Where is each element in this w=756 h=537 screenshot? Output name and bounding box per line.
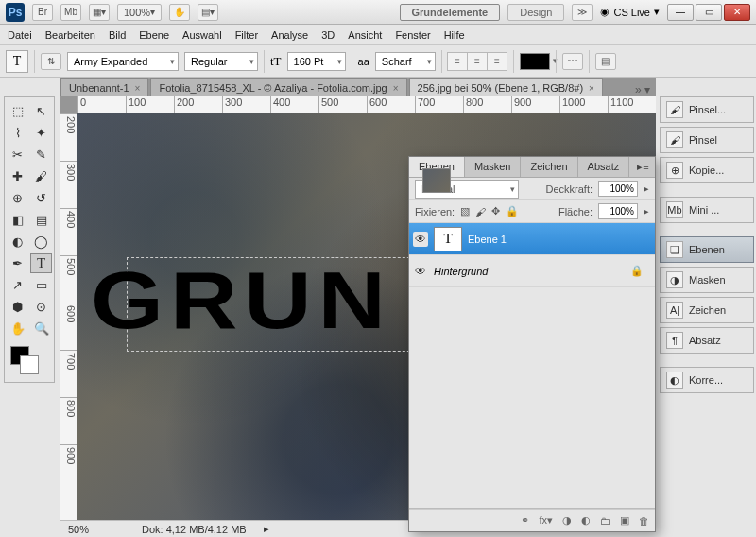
status-zoom[interactable]: 50% [68,524,125,535]
color-picker[interactable] [7,344,52,378]
font-weight-dropdown[interactable]: Regular [184,52,258,71]
tab-overflow[interactable]: » ▾ [629,83,656,96]
fill-slider-icon[interactable]: ▸ [644,205,649,217]
doc-tab-1[interactable]: Unbenannt-1× [60,78,148,96]
delete-layer-icon[interactable]: 🗑 [639,515,649,527]
eyedropper-tool[interactable]: ✎ [30,145,52,165]
text-color-swatch[interactable] [520,53,550,70]
path-tool[interactable]: ↗ [7,275,28,295]
panel-menu-button[interactable]: ▸≡ [629,157,656,177]
lock-brush-icon[interactable]: 🖌 [475,206,486,217]
zoom-tool[interactable]: 🔍 [30,319,52,338]
crop-tool[interactable]: ✂ [7,145,28,165]
layer-name[interactable]: Ebene 1 [468,234,507,245]
move-tool[interactable]: ↖ [30,101,52,121]
gradient-tool[interactable]: ▤ [30,210,52,230]
marquee-tool[interactable]: ⬚ [7,101,28,121]
adjustment-layer-icon[interactable]: ◐ [581,514,591,527]
layer-row[interactable]: 👁 T Ebene 1 [409,223,655,255]
panel-zeichen[interactable]: A|Zeichen [660,297,754,323]
window-maximize[interactable]: ▭ [696,4,722,21]
lock-move-icon[interactable]: ✥ [491,205,500,217]
background-swatch[interactable] [20,355,39,374]
window-close[interactable]: ✕ [724,4,750,21]
heal-tool[interactable]: ✚ [7,166,28,186]
hand-button[interactable]: ✋ [169,4,190,21]
layer-name[interactable]: Hintergrund [434,266,488,277]
active-tool-indicator[interactable]: T [6,50,28,73]
doc-tab-3[interactable]: 256.jpg bei 50% (Ebene 1, RGB/8#)× [409,78,603,96]
menu-filter[interactable]: Filter [235,29,258,41]
panel-pinselvorgaben[interactable]: 🖌Pinsel... [660,96,754,123]
arrange-button[interactable]: ▤▾ [198,4,218,21]
eraser-tool[interactable]: ◧ [7,210,28,230]
menu-auswahl[interactable]: Auswahl [182,29,222,41]
brush-tool[interactable]: 🖌 [30,166,52,186]
stamp-tool[interactable]: ⊕ [7,188,28,208]
align-center-button[interactable]: ≡ [467,52,488,71]
menu-3d[interactable]: 3D [321,29,335,41]
character-panel-button[interactable]: ▤ [595,53,616,70]
panel-pinsel[interactable]: 🖌Pinsel [660,127,754,153]
zoom-level[interactable]: 100% ▾ [117,4,162,21]
history-brush-tool[interactable]: ↺ [30,188,52,208]
layer-mask-icon[interactable]: ◑ [562,514,572,527]
opacity-input[interactable] [598,181,638,197]
visibility-toggle[interactable]: 👁 [413,232,428,247]
workspace-design[interactable]: Design [507,4,564,21]
new-layer-icon[interactable]: ▣ [620,514,629,527]
window-minimize[interactable]: — [667,4,694,21]
status-doc-size[interactable]: Dok: 4,12 MB/4,12 MB [142,524,247,535]
menu-analyse[interactable]: Analyse [271,29,308,41]
hand-tool[interactable]: ✋ [7,319,28,338]
group-icon[interactable]: 🗀 [600,515,610,527]
pen-tool[interactable]: ✒ [7,253,28,273]
link-layers-icon[interactable]: ⚭ [521,514,529,527]
screen-mode-button[interactable]: ▦▾ [89,4,110,21]
lock-pixels-icon[interactable]: ▧ [460,205,470,217]
lock-all-icon[interactable]: 🔒 [506,205,519,217]
layer-thumbnail[interactable]: T [434,227,462,251]
fill-input[interactable] [598,203,638,219]
opacity-slider-icon[interactable]: ▸ [644,182,649,195]
panel-minibridge[interactable]: MbMini ... [660,197,754,223]
layers-panel[interactable]: Ebenen Masken Zeichen Absatz ▸≡ Normal D… [408,156,656,532]
panel-masken[interactable]: ◑Masken [660,267,754,293]
cslive-button[interactable]: ◉CS Live▾ [600,6,660,18]
layer-row[interactable]: 👁 Hintergrund 🔒 [409,255,655,287]
align-left-button[interactable]: ≡ [447,52,468,71]
more-workspaces[interactable]: ≫ [572,4,593,21]
menu-fenster[interactable]: Fenster [395,29,430,41]
close-icon[interactable]: × [135,83,141,94]
menu-bearbeiten[interactable]: Bearbeiten [45,29,95,41]
tab-absatz[interactable]: Absatz [578,157,630,177]
tab-zeichen[interactable]: Zeichen [521,157,577,177]
menu-ebene[interactable]: Ebene [139,29,169,41]
panel-korrekturen[interactable]: ◐Korre... [660,367,754,393]
workspace-grundelemente[interactable]: Grundelemente [400,4,501,21]
font-size-dropdown[interactable]: 160 Pt [287,52,346,71]
close-icon[interactable]: × [589,83,594,94]
layer-style-icon[interactable]: fx▾ [539,514,553,527]
camera-tool[interactable]: ⊙ [30,297,52,317]
menu-hilfe[interactable]: Hilfe [444,29,465,41]
type-tool[interactable]: T [30,253,52,273]
text-orientation-button[interactable]: ⇅ [41,53,61,70]
doc-tab-2[interactable]: Fotolia_8715458_XL - © Azaliya - Fotolia… [150,78,406,96]
wand-tool[interactable]: ✦ [30,123,52,143]
panel-kopierquelle[interactable]: ⊕Kopie... [660,157,754,183]
lasso-tool[interactable]: ⌇ [7,123,28,143]
align-right-button[interactable]: ≡ [487,52,507,71]
3d-tool[interactable]: ⬢ [7,297,28,317]
status-arrow-icon[interactable]: ▸ [264,523,269,535]
minibridge-button[interactable]: Mb [60,4,81,21]
menu-bild[interactable]: Bild [109,29,126,41]
menu-datei[interactable]: Datei [8,29,32,41]
panel-ebenen[interactable]: ❏Ebenen [660,236,754,263]
panel-absatz[interactable]: ¶Absatz [660,327,754,354]
menu-ansicht[interactable]: Ansicht [348,29,382,41]
font-family-dropdown[interactable]: Army Expanded [67,52,179,71]
warp-text-button[interactable]: 〰 [562,53,583,70]
close-icon[interactable]: × [393,83,399,94]
bridge-button[interactable]: Br [32,4,53,21]
